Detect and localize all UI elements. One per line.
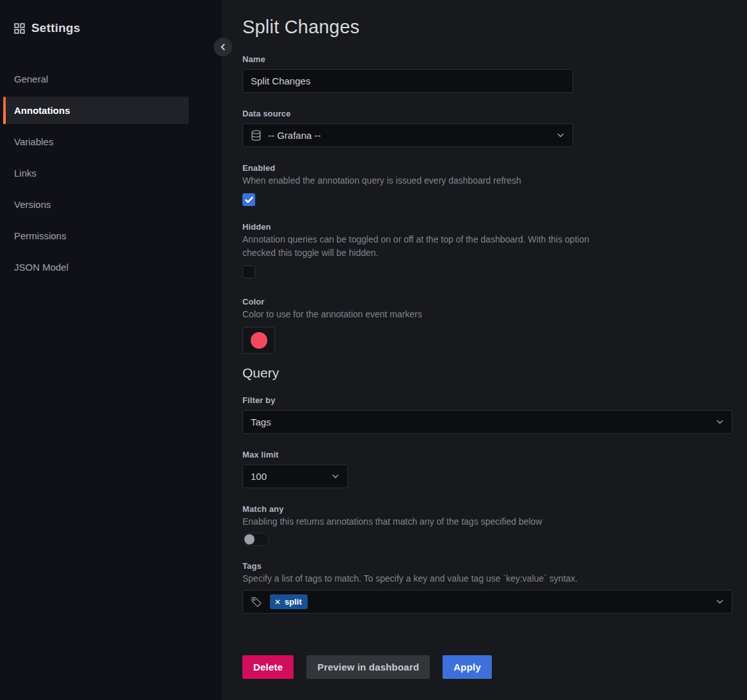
tag-icon [251, 596, 262, 608]
query-section-title: Query [242, 365, 732, 381]
hidden-label: Hidden [242, 222, 732, 232]
color-picker-swatch[interactable] [242, 327, 275, 354]
collapse-sidebar-button[interactable] [214, 38, 232, 56]
chevron-down-icon [716, 598, 724, 606]
checkmark-icon [245, 196, 253, 203]
tags-field: Tags Specify a list of tags to match. To… [242, 561, 732, 614]
sidebar-item-permissions[interactable]: Permissions [3, 222, 189, 250]
sidebar-item-links[interactable]: Links [3, 159, 189, 187]
chevron-down-icon [556, 131, 565, 139]
match-any-toggle[interactable] [242, 533, 269, 546]
name-label: Name [242, 54, 732, 64]
apply-button[interactable]: Apply [443, 655, 492, 679]
color-label: Color [242, 297, 732, 306]
enabled-label: Enabled [242, 163, 732, 173]
hidden-description: Annotation queries can be toggled on or … [242, 233, 620, 260]
color-field: Color Color to use for the annotation ev… [242, 297, 732, 354]
data-source-label: Data source [242, 109, 732, 118]
tag-chip-split[interactable]: ✕ split [270, 594, 308, 609]
remove-tag-icon[interactable]: ✕ [274, 598, 281, 606]
data-source-select[interactable]: -- Grafana -- [242, 123, 573, 147]
name-input[interactable] [251, 76, 565, 86]
filter-by-label: Filter by [242, 395, 732, 405]
database-icon [251, 130, 262, 141]
name-input-wrap [242, 69, 573, 93]
toggle-knob [244, 534, 255, 545]
sidebar-item-json-model[interactable]: JSON Model [3, 253, 189, 281]
max-limit-select[interactable]: 100 [242, 465, 348, 488]
enabled-checkbox[interactable] [242, 193, 255, 206]
chevron-left-icon [219, 44, 226, 51]
page-title: Split Changes [242, 17, 732, 38]
name-field: Name [242, 54, 732, 93]
max-limit-label: Max limit [242, 450, 732, 459]
settings-page: Settings General Annotations Variables L… [0, 0, 747, 700]
enabled-description: When enabled the annotation query is iss… [242, 174, 620, 187]
sidebar-item-versions[interactable]: Versions [3, 191, 189, 218]
filter-by-field: Filter by Tags [242, 395, 732, 434]
tags-input[interactable]: ✕ split [242, 590, 732, 614]
sidebar-item-variables[interactable]: Variables [3, 128, 189, 155]
settings-nav: General Annotations Variables Links Vers… [3, 65, 189, 281]
tags-label: Tags [242, 561, 732, 571]
tags-description: Specify a list of tags to match. To spec… [242, 572, 620, 585]
sidebar-item-general[interactable]: General [3, 65, 189, 93]
apps-grid-icon [14, 23, 25, 34]
max-limit-field: Max limit 100 [242, 450, 732, 488]
enabled-field: Enabled When enabled the annotation quer… [242, 163, 732, 206]
color-description: Color to use for the annotation event ma… [242, 308, 620, 321]
hidden-checkbox[interactable] [242, 266, 255, 278]
chevron-down-icon [716, 418, 724, 426]
hidden-field: Hidden Annotation queries can be toggled… [242, 222, 732, 281]
filter-by-select[interactable]: Tags [242, 410, 732, 434]
tag-chip-label: split [285, 597, 302, 607]
sidebar-header: Settings [0, 21, 222, 35]
settings-sidebar: Settings General Annotations Variables L… [0, 0, 223, 700]
match-any-label: Match any [242, 504, 732, 514]
data-source-value: -- Grafana -- [268, 130, 550, 141]
delete-button[interactable]: Delete [242, 655, 294, 679]
filter-by-value: Tags [251, 417, 709, 427]
max-limit-value: 100 [251, 471, 325, 482]
preview-in-dashboard-button[interactable]: Preview in dashboard [306, 655, 430, 679]
annotation-editor: Split Changes Name Data source -- Grafan… [223, 0, 747, 700]
match-any-field: Match any Enabling this returns annotati… [242, 504, 732, 546]
action-buttons: Delete Preview in dashboard Apply [242, 655, 732, 679]
sidebar-item-annotations[interactable]: Annotations [3, 97, 189, 124]
chevron-down-icon [331, 472, 340, 481]
match-any-description: Enabling this returns annotations that m… [242, 515, 620, 529]
data-source-field: Data source -- Grafana -- [242, 109, 732, 147]
sidebar-title: Settings [31, 21, 81, 35]
annotation-color-dot [251, 332, 267, 349]
